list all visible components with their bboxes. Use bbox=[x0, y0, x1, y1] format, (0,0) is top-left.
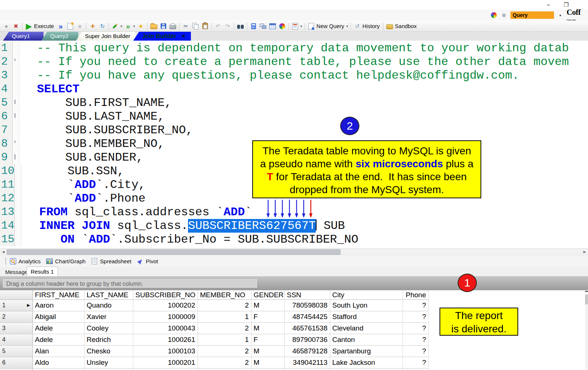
tab-query2[interactable]: Query2 bbox=[41, 32, 78, 41]
code-text[interactable]: SUB.FIRST_NAME, bbox=[19, 96, 172, 110]
row-header[interactable]: 3 bbox=[0, 323, 33, 334]
table-grid-button[interactable] bbox=[268, 22, 277, 30]
close-tab-icon[interactable]: ✕ bbox=[181, 33, 186, 39]
results-tool-spreadsheet[interactable]: Spreadsheet bbox=[91, 257, 131, 265]
tab-super-join-builder[interactable]: Super Join Builder bbox=[76, 31, 136, 41]
restore-button[interactable]: ❐ bbox=[561, 1, 572, 9]
table-row[interactable]: 1▶AaronQuando10002022M780598038South Lyo… bbox=[0, 300, 428, 311]
results-tool-pivot[interactable]: Pivot bbox=[137, 257, 158, 265]
code-text[interactable]: `ADD`.Phone bbox=[21, 192, 146, 205]
cell: 780598038 bbox=[284, 300, 330, 311]
run-to-button[interactable]: »▾ bbox=[123, 22, 136, 30]
code-text[interactable]: SUB.GENDER, bbox=[19, 151, 143, 164]
editor-hscrollbar[interactable]: ◀ ▶ bbox=[0, 248, 588, 255]
column-header-gender[interactable]: GENDER bbox=[251, 290, 284, 300]
results-tool-analytics[interactable]: Analytics bbox=[9, 257, 41, 265]
history-button[interactable]: ↺History bbox=[352, 22, 382, 30]
computers-button[interactable] bbox=[258, 22, 268, 30]
tab-query1[interactable]: Query1 bbox=[3, 32, 44, 41]
row-header[interactable]: 5 bbox=[0, 346, 33, 357]
column-header-ssn[interactable]: SSN bbox=[284, 290, 330, 300]
cell: 465761538 bbox=[284, 323, 330, 334]
code-text[interactable]: INNER JOIN sql_class.SUBSCRIBERS627567T … bbox=[21, 219, 345, 233]
paste-icon bbox=[201, 23, 209, 30]
code-text[interactable]: SELECT bbox=[19, 82, 79, 96]
favorites-star-icon[interactable]: ★ bbox=[501, 11, 507, 19]
line-number: 6 bbox=[0, 110, 13, 123]
report-dropdown-icon[interactable]: ▾ bbox=[300, 24, 302, 28]
line-number: 1 bbox=[0, 41, 13, 55]
code-text[interactable]: -- This query is dependent on temporary … bbox=[19, 41, 569, 55]
open-folder-button[interactable] bbox=[149, 22, 158, 30]
execute-button[interactable]: ▶Execute bbox=[24, 22, 56, 30]
column-header-subscriber_no[interactable]: SUBSCRIBER_NO bbox=[133, 290, 198, 300]
code-segment: SUB.SSN, bbox=[39, 164, 124, 178]
column-header-phone[interactable]: Phone bbox=[403, 290, 428, 300]
table-row[interactable]: 7AliceSweeney10001731F988888888Burlingto… bbox=[0, 369, 428, 370]
tab-results-1[interactable]: Results 1 bbox=[27, 267, 58, 276]
hscroll-thumb[interactable] bbox=[7, 249, 341, 255]
copy-button[interactable] bbox=[191, 22, 200, 30]
code-text[interactable]: -- If you need to create a permanent tab… bbox=[19, 55, 569, 69]
pinwheel-icon[interactable] bbox=[490, 11, 498, 19]
calculator-button[interactable] bbox=[249, 22, 258, 30]
edit-pencil-button[interactable]: ▾ bbox=[110, 22, 123, 30]
save-button[interactable] bbox=[158, 22, 168, 30]
column-header-city[interactable]: City bbox=[330, 290, 403, 300]
favorite-add-button[interactable]: ★ bbox=[136, 22, 146, 30]
scroll-right-icon[interactable]: ▶ bbox=[582, 249, 587, 254]
run-to-dropdown-icon[interactable]: ▾ bbox=[133, 24, 135, 28]
table-row[interactable]: 2AbigailXavier10000091F487454425Stafford… bbox=[0, 311, 428, 323]
code-text[interactable]: SUB.SSN, bbox=[21, 164, 124, 178]
cut-button[interactable]: ✂ bbox=[181, 22, 191, 30]
column-header-last_name[interactable]: LAST_NAME bbox=[84, 290, 133, 300]
connect-button[interactable]: ● bbox=[1, 22, 11, 30]
code-text[interactable]: FROM sql_class.addresses `ADD` bbox=[21, 205, 252, 219]
edit-pencil-dropdown-icon[interactable]: ▾ bbox=[120, 24, 122, 28]
code-text[interactable]: SUB.LAST_NAME, bbox=[19, 110, 165, 123]
table-row[interactable]: 3AdeleCooley10000432M465761538Cleveland? bbox=[0, 323, 428, 334]
code-text[interactable]: `ADD`.City, bbox=[21, 178, 146, 192]
code-text[interactable]: ON `ADD`.Subscriber_No = SUB.SUBSCRIBER_… bbox=[21, 233, 358, 246]
add-datasource-button[interactable]: + bbox=[88, 22, 98, 30]
row-header[interactable]: 6 bbox=[0, 357, 33, 369]
spreadsheet-icon bbox=[91, 257, 98, 265]
table-row[interactable]: 6AldoUnsley10002012M349042113Lake Jackso… bbox=[0, 357, 428, 369]
fast-forward-button[interactable]: » bbox=[56, 22, 65, 30]
results-tool-chart-graph[interactable]: Chart/Graph bbox=[46, 257, 86, 265]
print-button[interactable] bbox=[168, 22, 178, 30]
stop-button[interactable]: ■ bbox=[75, 22, 85, 30]
row-header[interactable]: 7 bbox=[0, 369, 33, 370]
code-text[interactable]: SUB.SUBSCRIBER_NO, bbox=[19, 123, 193, 137]
minimize-button[interactable]: – bbox=[543, 1, 554, 9]
table-row[interactable]: 5AlanChesko10001032M465879128Spartanburg… bbox=[0, 346, 428, 357]
paste-button[interactable] bbox=[200, 22, 210, 30]
redo-button[interactable]: ↷ bbox=[223, 22, 232, 30]
tab-join-builder[interactable]: Join Builder✕ bbox=[133, 32, 191, 41]
gutter-marker-strip bbox=[13, 123, 19, 137]
query-mode-select[interactable]: Query bbox=[510, 11, 554, 19]
column-header-member_no[interactable]: MEMBER_NO bbox=[198, 290, 251, 300]
row-header[interactable]: 2 bbox=[0, 311, 33, 323]
table-row[interactable]: 4AdeleRedrich10002611F897900736Canton? bbox=[0, 334, 428, 346]
report-button[interactable]: ▾ bbox=[290, 22, 303, 30]
find-button[interactable] bbox=[236, 22, 245, 30]
row-header[interactable]: 4 bbox=[0, 334, 33, 346]
scroll-left-icon[interactable]: ◀ bbox=[1, 249, 6, 254]
column-header-first_name[interactable]: FIRST_NAME bbox=[33, 290, 84, 300]
code-text[interactable]: SUB.MEMBER_NO, bbox=[19, 137, 165, 151]
vscroll-thumb[interactable] bbox=[585, 295, 588, 304]
query-mode-dropdown-icon[interactable]: ▾ bbox=[558, 13, 563, 17]
new-query-dropdown-icon[interactable]: ▾ bbox=[346, 24, 348, 28]
disconnect-button[interactable]: ✖ bbox=[11, 22, 21, 30]
code-text[interactable]: -- If you have any questions, please con… bbox=[19, 69, 519, 82]
new-query-button[interactable]: New Query▾ bbox=[307, 22, 349, 30]
pinwheel-button[interactable] bbox=[277, 22, 287, 30]
new-page-button[interactable] bbox=[65, 22, 75, 30]
undo-button[interactable]: ↶ bbox=[213, 22, 223, 30]
row-header[interactable]: 1▶ bbox=[0, 300, 33, 311]
refresh-db-button[interactable]: ↻ bbox=[98, 22, 107, 30]
sandbox-button[interactable]: Sandbox bbox=[385, 22, 418, 30]
results-vscrollbar[interactable] bbox=[585, 291, 588, 370]
code-segment: ` bbox=[39, 192, 75, 205]
